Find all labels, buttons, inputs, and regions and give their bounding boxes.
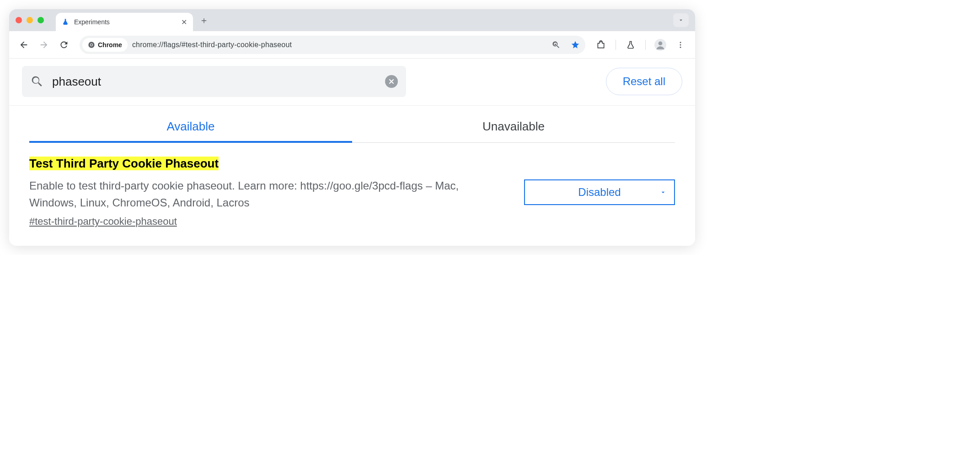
bookmark-button[interactable] (568, 38, 583, 52)
search-icon (30, 75, 44, 88)
extensions-button[interactable] (593, 37, 609, 53)
chrome-icon (88, 41, 95, 49)
forward-button[interactable] (36, 37, 52, 53)
profile-icon (654, 39, 666, 51)
separator (645, 40, 646, 50)
flag-details: Test Third Party Cookie Phaseout Enable … (29, 157, 506, 228)
tab-unavailable[interactable]: Unavailable (352, 119, 675, 143)
address-bar[interactable]: Chrome chrome://flags/#test-third-party-… (80, 36, 585, 54)
chevron-down-icon (659, 189, 667, 196)
flag-permalink[interactable]: #test-third-party-cookie-phaseout (29, 216, 177, 228)
tab-search-button[interactable] (673, 13, 689, 27)
tab-title: Experiments (74, 18, 176, 26)
menu-button[interactable] (672, 37, 689, 53)
flask-icon (626, 40, 635, 49)
zoom-in-icon (552, 40, 561, 49)
search-input[interactable] (52, 75, 377, 89)
reload-icon (59, 40, 69, 50)
flag-state-select[interactable]: Disabled (524, 179, 675, 205)
search-box[interactable] (22, 66, 406, 97)
flag-state-value: Disabled (578, 186, 621, 199)
flag-item: Test Third Party Cookie Phaseout Enable … (9, 143, 695, 228)
svg-point-6 (680, 44, 681, 45)
flag-title: Test Third Party Cookie Phaseout (29, 157, 219, 170)
browser-toolbar: Chrome chrome://flags/#test-third-party-… (9, 31, 695, 59)
chevron-down-icon (678, 17, 684, 23)
url-text: chrome://flags/#test-third-party-cookie-… (132, 41, 544, 49)
minimize-window-button[interactable] (27, 17, 33, 23)
labs-button[interactable] (622, 37, 639, 53)
window-controls (16, 17, 44, 23)
star-icon (571, 40, 580, 49)
profile-button[interactable] (652, 37, 669, 53)
arrow-left-icon (19, 40, 29, 50)
maximize-window-button[interactable] (37, 17, 44, 23)
tab-available[interactable]: Available (29, 119, 352, 143)
flags-page: Reset all Available Unavailable Test Thi… (9, 59, 695, 246)
close-tab-button[interactable]: ✕ (180, 18, 187, 26)
back-button[interactable] (16, 37, 32, 53)
reload-button[interactable] (56, 37, 72, 53)
svg-point-2 (91, 44, 92, 46)
page-topbar: Reset all (9, 59, 695, 106)
browser-window: Experiments ✕ ＋ Chrome chrome://flags/#t… (9, 9, 695, 246)
new-tab-button[interactable]: ＋ (197, 13, 211, 27)
flask-icon (61, 18, 70, 26)
arrow-right-icon (39, 40, 49, 50)
kebab-icon (676, 41, 685, 49)
site-chip-label: Chrome (98, 41, 122, 49)
svg-point-7 (680, 46, 681, 48)
svg-point-4 (659, 41, 663, 45)
site-chip[interactable]: Chrome (82, 38, 128, 52)
extensions-icon (596, 40, 605, 49)
clear-search-button[interactable] (385, 75, 398, 88)
zoom-button[interactable] (549, 38, 563, 52)
separator (616, 40, 616, 50)
close-window-button[interactable] (16, 17, 22, 23)
close-icon (388, 78, 395, 85)
content-tabs: Available Unavailable (9, 106, 695, 143)
reset-all-button[interactable]: Reset all (606, 68, 682, 95)
browser-tab[interactable]: Experiments ✕ (56, 13, 193, 31)
flag-description: Enable to test third-party cookie phaseo… (29, 177, 496, 211)
titlebar: Experiments ✕ ＋ (9, 9, 695, 31)
svg-point-5 (680, 42, 681, 43)
